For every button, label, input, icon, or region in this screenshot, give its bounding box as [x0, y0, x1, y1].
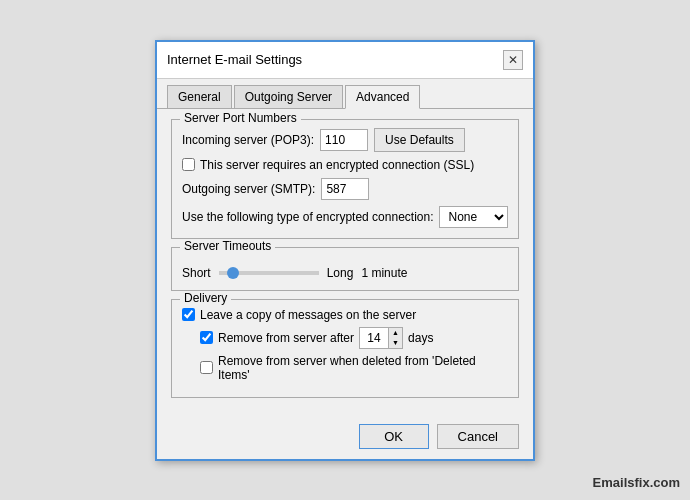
delivery-label: Delivery: [180, 291, 231, 305]
remove-after-label: Remove from server after: [218, 331, 354, 345]
server-port-section: Server Port Numbers Incoming server (POP…: [171, 119, 519, 239]
incoming-server-input[interactable]: [320, 129, 368, 151]
remove-days-input[interactable]: [360, 331, 388, 345]
incoming-server-label: Incoming server (POP3):: [182, 133, 314, 147]
tab-bar: General Outgoing Server Advanced: [157, 79, 533, 109]
server-port-label: Server Port Numbers: [180, 111, 301, 125]
footer: OK Cancel: [157, 416, 533, 459]
remove-after-checkbox[interactable]: [200, 331, 213, 344]
remove-after-row: Remove from server after ▲ ▼ days: [182, 327, 508, 349]
copy-messages-label: Leave a copy of messages on the server: [200, 308, 416, 322]
ssl-checkbox[interactable]: [182, 158, 195, 171]
tab-advanced[interactable]: Advanced: [345, 85, 420, 109]
dialog: Internet E-mail Settings ✕ General Outgo…: [155, 40, 535, 461]
delivery-section: Delivery Leave a copy of messages on the…: [171, 299, 519, 398]
spinbox-down[interactable]: ▼: [389, 338, 402, 348]
remove-deleted-label: Remove from server when deleted from 'De…: [218, 354, 508, 382]
outgoing-server-row: Outgoing server (SMTP):: [182, 178, 508, 200]
days-label: days: [408, 331, 433, 345]
long-label: Long: [327, 266, 354, 280]
watermark: Emailsfix.com: [593, 475, 680, 490]
outgoing-server-label: Outgoing server (SMTP):: [182, 182, 315, 196]
copy-messages-checkbox[interactable]: [182, 308, 195, 321]
remove-deleted-checkbox[interactable]: [200, 361, 213, 374]
ok-button[interactable]: OK: [359, 424, 429, 449]
cancel-button[interactable]: Cancel: [437, 424, 519, 449]
server-timeouts-label: Server Timeouts: [180, 239, 275, 253]
encrypt-type-row: Use the following type of encrypted conn…: [182, 206, 508, 228]
content-area: Server Port Numbers Incoming server (POP…: [157, 109, 533, 416]
short-label: Short: [182, 266, 211, 280]
remove-days-spinbox[interactable]: ▲ ▼: [359, 327, 403, 349]
encrypt-type-select[interactable]: None SSL TLS Auto: [439, 206, 508, 228]
dialog-title: Internet E-mail Settings: [167, 52, 302, 67]
tab-outgoing-server[interactable]: Outgoing Server: [234, 85, 343, 108]
title-bar: Internet E-mail Settings ✕: [157, 42, 533, 79]
timeout-slider-row: Short Long 1 minute: [182, 266, 508, 280]
ssl-label: This server requires an encrypted connec…: [200, 158, 474, 172]
remove-deleted-row: Remove from server when deleted from 'De…: [182, 354, 508, 382]
tab-general[interactable]: General: [167, 85, 232, 108]
outgoing-server-input[interactable]: [321, 178, 369, 200]
copy-messages-row: Leave a copy of messages on the server: [182, 308, 508, 322]
close-button[interactable]: ✕: [503, 50, 523, 70]
encrypt-type-label: Use the following type of encrypted conn…: [182, 210, 433, 224]
incoming-server-row: Incoming server (POP3): Use Defaults: [182, 128, 508, 152]
ssl-row: This server requires an encrypted connec…: [182, 158, 508, 172]
timeout-slider[interactable]: [219, 271, 319, 275]
spinbox-arrows: ▲ ▼: [388, 328, 402, 348]
time-label: 1 minute: [361, 266, 407, 280]
server-timeouts-section: Server Timeouts Short Long 1 minute: [171, 247, 519, 291]
use-defaults-button[interactable]: Use Defaults: [374, 128, 465, 152]
spinbox-up[interactable]: ▲: [389, 328, 402, 338]
